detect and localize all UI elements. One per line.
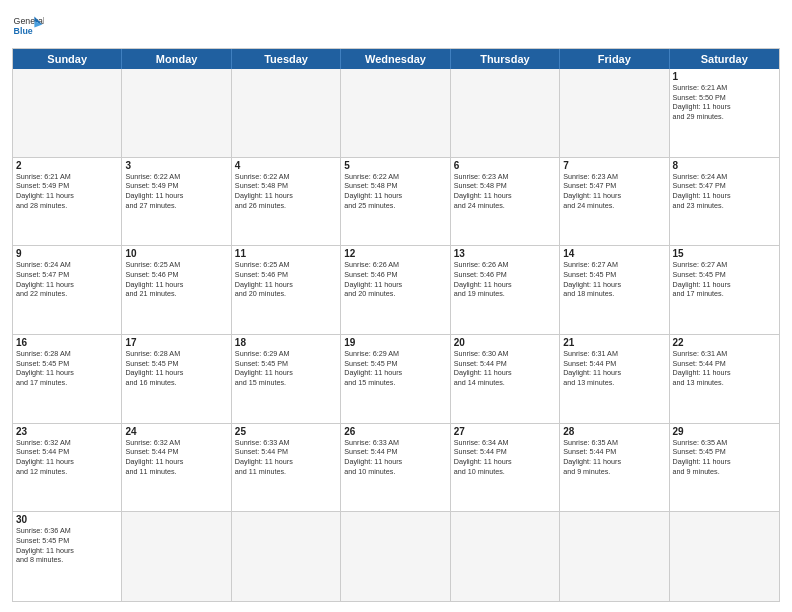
cell-day-number: 16 xyxy=(16,337,118,348)
day-header-monday: Monday xyxy=(122,49,231,69)
calendar-cell xyxy=(122,69,231,157)
calendar-cell: 24Sunrise: 6:32 AM Sunset: 5:44 PM Dayli… xyxy=(122,424,231,512)
calendar-row-2: 9Sunrise: 6:24 AM Sunset: 5:47 PM Daylig… xyxy=(13,246,779,335)
calendar-cell xyxy=(670,512,779,601)
cell-day-number: 7 xyxy=(563,160,665,171)
cell-info: Sunrise: 6:27 AM Sunset: 5:45 PM Dayligh… xyxy=(673,260,776,299)
calendar-row-1: 2Sunrise: 6:21 AM Sunset: 5:49 PM Daylig… xyxy=(13,158,779,247)
calendar-cell: 16Sunrise: 6:28 AM Sunset: 5:45 PM Dayli… xyxy=(13,335,122,423)
calendar-cell: 19Sunrise: 6:29 AM Sunset: 5:45 PM Dayli… xyxy=(341,335,450,423)
cell-info: Sunrise: 6:23 AM Sunset: 5:47 PM Dayligh… xyxy=(563,172,665,211)
cell-day-number: 18 xyxy=(235,337,337,348)
cell-info: Sunrise: 6:32 AM Sunset: 5:44 PM Dayligh… xyxy=(125,438,227,477)
cell-info: Sunrise: 6:24 AM Sunset: 5:47 PM Dayligh… xyxy=(673,172,776,211)
cell-day-number: 14 xyxy=(563,248,665,259)
cell-info: Sunrise: 6:22 AM Sunset: 5:48 PM Dayligh… xyxy=(235,172,337,211)
calendar-row-3: 16Sunrise: 6:28 AM Sunset: 5:45 PM Dayli… xyxy=(13,335,779,424)
cell-day-number: 1 xyxy=(673,71,776,82)
cell-day-number: 19 xyxy=(344,337,446,348)
cell-day-number: 20 xyxy=(454,337,556,348)
cell-day-number: 26 xyxy=(344,426,446,437)
cell-day-number: 4 xyxy=(235,160,337,171)
cell-day-number: 22 xyxy=(673,337,776,348)
cell-info: Sunrise: 6:25 AM Sunset: 5:46 PM Dayligh… xyxy=(125,260,227,299)
cell-info: Sunrise: 6:28 AM Sunset: 5:45 PM Dayligh… xyxy=(16,349,118,388)
calendar-cell: 14Sunrise: 6:27 AM Sunset: 5:45 PM Dayli… xyxy=(560,246,669,334)
calendar-cell xyxy=(451,512,560,601)
calendar-cell: 11Sunrise: 6:25 AM Sunset: 5:46 PM Dayli… xyxy=(232,246,341,334)
cell-day-number: 2 xyxy=(16,160,118,171)
cell-info: Sunrise: 6:22 AM Sunset: 5:48 PM Dayligh… xyxy=(344,172,446,211)
calendar-cell: 25Sunrise: 6:33 AM Sunset: 5:44 PM Dayli… xyxy=(232,424,341,512)
cell-info: Sunrise: 6:23 AM Sunset: 5:48 PM Dayligh… xyxy=(454,172,556,211)
logo-icon: General Blue xyxy=(12,10,44,42)
cell-day-number: 21 xyxy=(563,337,665,348)
calendar: SundayMondayTuesdayWednesdayThursdayFrid… xyxy=(12,48,780,602)
cell-info: Sunrise: 6:34 AM Sunset: 5:44 PM Dayligh… xyxy=(454,438,556,477)
cell-info: Sunrise: 6:24 AM Sunset: 5:47 PM Dayligh… xyxy=(16,260,118,299)
cell-info: Sunrise: 6:29 AM Sunset: 5:45 PM Dayligh… xyxy=(344,349,446,388)
calendar-cell: 30Sunrise: 6:36 AM Sunset: 5:45 PM Dayli… xyxy=(13,512,122,601)
calendar-cell xyxy=(122,512,231,601)
cell-day-number: 25 xyxy=(235,426,337,437)
header: General Blue xyxy=(12,10,780,42)
cell-day-number: 30 xyxy=(16,514,118,525)
day-headers: SundayMondayTuesdayWednesdayThursdayFrid… xyxy=(13,49,779,69)
cell-day-number: 23 xyxy=(16,426,118,437)
calendar-cell xyxy=(451,69,560,157)
cell-day-number: 6 xyxy=(454,160,556,171)
calendar-cell: 2Sunrise: 6:21 AM Sunset: 5:49 PM Daylig… xyxy=(13,158,122,246)
cell-day-number: 3 xyxy=(125,160,227,171)
cell-day-number: 5 xyxy=(344,160,446,171)
calendar-cell: 6Sunrise: 6:23 AM Sunset: 5:48 PM Daylig… xyxy=(451,158,560,246)
calendar-cell: 10Sunrise: 6:25 AM Sunset: 5:46 PM Dayli… xyxy=(122,246,231,334)
calendar-cell: 29Sunrise: 6:35 AM Sunset: 5:45 PM Dayli… xyxy=(670,424,779,512)
calendar-cell xyxy=(232,512,341,601)
calendar-cell xyxy=(232,69,341,157)
svg-text:Blue: Blue xyxy=(14,26,33,36)
calendar-cell: 22Sunrise: 6:31 AM Sunset: 5:44 PM Dayli… xyxy=(670,335,779,423)
calendar-cell: 12Sunrise: 6:26 AM Sunset: 5:46 PM Dayli… xyxy=(341,246,450,334)
cell-day-number: 27 xyxy=(454,426,556,437)
cell-day-number: 12 xyxy=(344,248,446,259)
calendar-cell xyxy=(560,69,669,157)
cell-day-number: 10 xyxy=(125,248,227,259)
cell-info: Sunrise: 6:21 AM Sunset: 5:49 PM Dayligh… xyxy=(16,172,118,211)
cell-day-number: 15 xyxy=(673,248,776,259)
cell-info: Sunrise: 6:29 AM Sunset: 5:45 PM Dayligh… xyxy=(235,349,337,388)
calendar-grid: 1Sunrise: 6:21 AM Sunset: 5:50 PM Daylig… xyxy=(13,69,779,601)
calendar-cell: 7Sunrise: 6:23 AM Sunset: 5:47 PM Daylig… xyxy=(560,158,669,246)
cell-day-number: 9 xyxy=(16,248,118,259)
cell-day-number: 24 xyxy=(125,426,227,437)
cell-info: Sunrise: 6:33 AM Sunset: 5:44 PM Dayligh… xyxy=(235,438,337,477)
day-header-thursday: Thursday xyxy=(451,49,560,69)
calendar-cell: 3Sunrise: 6:22 AM Sunset: 5:49 PM Daylig… xyxy=(122,158,231,246)
calendar-row-5: 30Sunrise: 6:36 AM Sunset: 5:45 PM Dayli… xyxy=(13,512,779,601)
cell-info: Sunrise: 6:31 AM Sunset: 5:44 PM Dayligh… xyxy=(563,349,665,388)
day-header-friday: Friday xyxy=(560,49,669,69)
calendar-cell xyxy=(341,512,450,601)
day-header-saturday: Saturday xyxy=(670,49,779,69)
calendar-cell: 21Sunrise: 6:31 AM Sunset: 5:44 PM Dayli… xyxy=(560,335,669,423)
cell-info: Sunrise: 6:26 AM Sunset: 5:46 PM Dayligh… xyxy=(344,260,446,299)
calendar-row-4: 23Sunrise: 6:32 AM Sunset: 5:44 PM Dayli… xyxy=(13,424,779,513)
cell-info: Sunrise: 6:28 AM Sunset: 5:45 PM Dayligh… xyxy=(125,349,227,388)
cell-info: Sunrise: 6:35 AM Sunset: 5:45 PM Dayligh… xyxy=(673,438,776,477)
calendar-row-0: 1Sunrise: 6:21 AM Sunset: 5:50 PM Daylig… xyxy=(13,69,779,158)
cell-info: Sunrise: 6:27 AM Sunset: 5:45 PM Dayligh… xyxy=(563,260,665,299)
calendar-cell: 27Sunrise: 6:34 AM Sunset: 5:44 PM Dayli… xyxy=(451,424,560,512)
calendar-cell: 9Sunrise: 6:24 AM Sunset: 5:47 PM Daylig… xyxy=(13,246,122,334)
calendar-cell: 1Sunrise: 6:21 AM Sunset: 5:50 PM Daylig… xyxy=(670,69,779,157)
cell-info: Sunrise: 6:25 AM Sunset: 5:46 PM Dayligh… xyxy=(235,260,337,299)
cell-info: Sunrise: 6:31 AM Sunset: 5:44 PM Dayligh… xyxy=(673,349,776,388)
cell-info: Sunrise: 6:21 AM Sunset: 5:50 PM Dayligh… xyxy=(673,83,776,122)
calendar-cell: 23Sunrise: 6:32 AM Sunset: 5:44 PM Dayli… xyxy=(13,424,122,512)
cell-info: Sunrise: 6:33 AM Sunset: 5:44 PM Dayligh… xyxy=(344,438,446,477)
calendar-cell: 5Sunrise: 6:22 AM Sunset: 5:48 PM Daylig… xyxy=(341,158,450,246)
cell-info: Sunrise: 6:32 AM Sunset: 5:44 PM Dayligh… xyxy=(16,438,118,477)
calendar-cell: 15Sunrise: 6:27 AM Sunset: 5:45 PM Dayli… xyxy=(670,246,779,334)
calendar-cell: 18Sunrise: 6:29 AM Sunset: 5:45 PM Dayli… xyxy=(232,335,341,423)
cell-info: Sunrise: 6:26 AM Sunset: 5:46 PM Dayligh… xyxy=(454,260,556,299)
page: General Blue SundayMondayTuesdayWednesda… xyxy=(0,0,792,612)
calendar-cell: 28Sunrise: 6:35 AM Sunset: 5:44 PM Dayli… xyxy=(560,424,669,512)
